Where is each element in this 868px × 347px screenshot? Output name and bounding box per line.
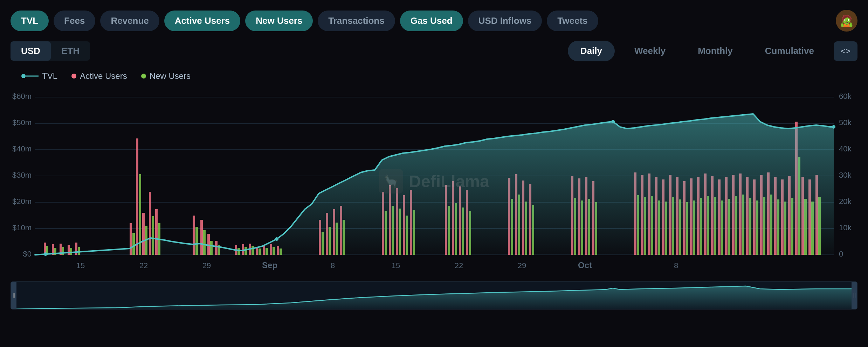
range-mini-chart (11, 282, 857, 309)
svg-text:8: 8 (331, 261, 335, 270)
timeframe-daily[interactable]: Daily (568, 41, 615, 61)
svg-text:8: 8 (674, 261, 678, 270)
top-navigation: TVL Fees Revenue Active Users New Users … (0, 0, 868, 37)
nav-revenue[interactable]: Revenue (100, 11, 159, 31)
svg-rect-45 (136, 138, 138, 255)
svg-text:$10m: $10m (12, 223, 32, 232)
svg-rect-177 (13, 293, 14, 298)
chart-legend: TVL Active Users New Users (0, 68, 868, 87)
svg-point-171 (44, 252, 47, 256)
range-track (11, 281, 857, 309)
avatar[interactable]: 🧟 (836, 10, 857, 32)
legend-tvl: TVL (21, 71, 57, 81)
svg-text:Oct: Oct (578, 260, 592, 270)
svg-text:20k: 20k (839, 197, 852, 206)
svg-text:22: 22 (455, 261, 463, 270)
svg-text:10k: 10k (839, 223, 852, 232)
range-handle-left[interactable] (11, 282, 16, 309)
currency-eth[interactable]: ETH (51, 41, 90, 61)
svg-text:$0: $0 (23, 250, 32, 258)
svg-text:50k: 50k (839, 118, 852, 127)
nav-usd-inflows[interactable]: USD Inflows (468, 11, 542, 31)
timeframe-monthly[interactable]: Monthly (685, 41, 745, 61)
currency-toggle: USD ETH (11, 41, 90, 61)
nav-fees[interactable]: Fees (54, 11, 95, 31)
legend-new-users: New Users (141, 71, 191, 81)
svg-rect-178 (14, 293, 15, 298)
nav-tweets[interactable]: Tweets (547, 11, 598, 31)
svg-text:40k: 40k (839, 144, 852, 153)
currency-usd[interactable]: USD (11, 41, 51, 61)
nav-active-users[interactable]: Active Users (164, 11, 241, 31)
svg-text:22: 22 (139, 261, 148, 270)
legend-tvl-label: TVL (42, 71, 57, 81)
svg-text:0: 0 (839, 250, 843, 258)
svg-text:30k: 30k (839, 171, 852, 179)
nav-transactions[interactable]: Transactions (318, 11, 395, 31)
svg-text:29: 29 (518, 261, 526, 270)
svg-rect-179 (854, 293, 854, 298)
new-users-legend-dot (141, 74, 146, 79)
svg-text:29: 29 (202, 261, 211, 270)
range-slider[interactable] (11, 281, 857, 309)
controls-row: USD ETH Daily Weekly Monthly Cumulative … (0, 37, 868, 68)
nav-gas-used[interactable]: Gas Used (400, 11, 463, 31)
left-handle-icon (12, 292, 15, 299)
legend-new-users-label: New Users (150, 71, 191, 81)
timeframe-cumulative[interactable]: Cumulative (752, 41, 827, 61)
chart-svg: $60m $50m $40m $30m $20m $10m $0 60k 50k… (11, 87, 857, 276)
svg-text:60k: 60k (839, 92, 852, 101)
svg-point-174 (832, 125, 835, 129)
svg-point-0 (21, 74, 26, 78)
nav-new-users[interactable]: New Users (245, 11, 313, 31)
svg-text:15: 15 (76, 261, 85, 270)
svg-text:$50m: $50m (12, 118, 32, 127)
range-handle-right[interactable] (852, 282, 857, 309)
svg-point-172 (275, 237, 278, 241)
svg-rect-180 (855, 293, 855, 298)
svg-text:$40m: $40m (12, 144, 32, 153)
svg-text:Sep: Sep (262, 260, 277, 270)
right-handle-icon (853, 292, 856, 299)
time-controls: Daily Weekly Monthly Cumulative <> (568, 41, 857, 61)
legend-active-users: Active Users (71, 71, 127, 81)
embed-button[interactable]: <> (834, 41, 857, 61)
active-users-legend-dot (71, 74, 76, 79)
nav-tvl[interactable]: TVL (11, 11, 49, 31)
tvl-legend-icon (21, 74, 39, 79)
svg-text:$30m: $30m (12, 171, 32, 179)
svg-text:$20m: $20m (12, 197, 32, 206)
timeframe-weekly[interactable]: Weekly (622, 41, 678, 61)
svg-point-173 (611, 120, 615, 123)
legend-active-users-label: Active Users (80, 71, 127, 81)
svg-text:$60m: $60m (12, 92, 32, 101)
svg-text:15: 15 (392, 261, 400, 270)
main-chart: $60m $50m $40m $30m $20m $10m $0 60k 50k… (11, 87, 857, 276)
